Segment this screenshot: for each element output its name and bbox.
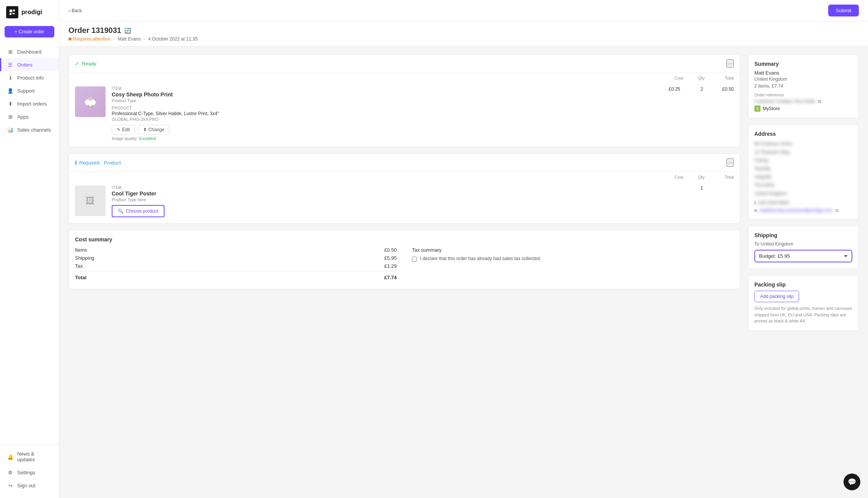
logo-icon <box>6 6 18 18</box>
shipping-panel: Shipping To United Kingdom Budget: £5.95 <box>748 226 859 269</box>
item2-name: Cool Tiger Poster <box>112 190 651 197</box>
shipping-to: To United Kingdom <box>754 241 852 247</box>
nav-item-apps[interactable]: ⊞ Apps <box>0 110 59 123</box>
tax-summary-title: Tax summary <box>412 247 734 253</box>
total-header: Total <box>711 76 734 80</box>
item2-table-header: Cost Qty Total <box>69 172 740 179</box>
logo-text: prodigi <box>21 9 42 16</box>
nav-item-signout[interactable]: ↪ Sign out <box>0 479 59 492</box>
item1-change-button[interactable]: ⬆ Change <box>138 125 169 135</box>
order-author: Matt Evans <box>118 36 141 42</box>
create-order-button[interactable]: + Create order <box>5 26 54 37</box>
item1-row: ITEM Cosy Sheep Photo Print Product Type… <box>69 80 740 147</box>
signout-icon: ↪ <box>7 482 13 488</box>
item2-item-label: ITEM <box>112 186 651 190</box>
product-info-icon: ℹ <box>7 75 13 81</box>
add-packing-slip-button[interactable]: Add packing slip <box>754 291 799 302</box>
back-link[interactable]: ‹ Back <box>68 8 82 13</box>
address-value: Mr Postman Johns 15 Testerton Way Faking… <box>754 140 852 198</box>
image-placeholder-icon: 🖼 <box>86 195 95 206</box>
top-bar: ‹ Back Submit <box>59 0 868 21</box>
svg-rect-3 <box>12 13 15 14</box>
nav-item-settings[interactable]: ⚙ Settings <box>0 466 59 479</box>
check-icon: ✓ <box>75 60 80 67</box>
order-ref-row: Customer Creation Test Order ⧉ <box>754 99 852 104</box>
dashboard-icon: ⊞ <box>7 49 13 55</box>
refresh-icon[interactable]: 🔄 <box>124 28 131 34</box>
tax-checkbox-row: I declare that this order has already ha… <box>412 256 734 262</box>
item1-product-name: Professional C-Type, Silver Halide, Lust… <box>112 111 651 116</box>
settings-icon: ⚙ <box>7 469 13 475</box>
qty-header2: Qty <box>689 175 705 179</box>
apps-icon: ⊞ <box>7 114 13 120</box>
order-ref-label: Order reference <box>754 93 852 97</box>
choose-product-button[interactable]: 🔍 Choose product <box>112 205 164 217</box>
summary-title: Summary <box>754 61 852 67</box>
svg-point-9 <box>89 99 90 99</box>
item1-product-label: PRODUCT <box>112 106 651 110</box>
item1-image <box>75 86 106 117</box>
item1-status: ✓ Ready <box>75 60 96 67</box>
item2-status: ℹ Required: Product <box>75 159 121 166</box>
item2-info: ITEM Cool Tiger Poster Product Type here… <box>112 186 651 217</box>
change-icon: ⬆ <box>143 127 147 132</box>
item1-qty: 2 <box>688 86 703 92</box>
item2-product-type: Product Type here <box>112 197 651 202</box>
main-content: ‹ Back Submit Order 1319031 🔄 Requires a… <box>59 0 868 498</box>
svg-point-8 <box>88 98 92 101</box>
shipping-title: Shipping <box>754 232 852 238</box>
nav-item-product-info[interactable]: ℹ Product info <box>0 71 59 84</box>
tax-checkbox[interactable] <box>412 257 417 262</box>
cost-right: Tax summary I declare that this order ha… <box>412 247 734 283</box>
customer-country: United Kingdom <box>754 76 852 82</box>
packing-description: Only included for global prints, frames … <box>754 305 852 324</box>
item2-more-button[interactable]: ··· <box>726 158 734 167</box>
submit-button[interactable]: Submit <box>828 5 859 16</box>
chat-button[interactable]: 💬 <box>844 474 860 490</box>
address-title: Address <box>754 131 852 137</box>
copy-icon[interactable]: ⧉ <box>818 99 821 104</box>
nav-item-import-orders[interactable]: ⬆ Import orders <box>0 97 59 110</box>
item2-row: 🖼 ITEM Cool Tiger Poster Product Type he… <box>69 179 740 223</box>
nav-item-orders[interactable]: ☰ Orders <box>0 58 59 71</box>
item1-more-button[interactable]: ··· <box>726 59 734 68</box>
contact-phone: t. 029 2019 0000 <box>754 200 852 205</box>
cost-header: Cost <box>660 76 683 80</box>
total-header2: Total <box>711 175 734 179</box>
email-copy-icon[interactable]: ⧉ <box>835 208 839 213</box>
order-title: Order 1319031 <box>68 26 121 35</box>
item2-image-placeholder: 🖼 <box>75 186 106 216</box>
import-orders-icon: ⬆ <box>7 101 13 107</box>
mystore-badge: S MyStore <box>754 106 852 112</box>
quality-value: Excellent <box>139 136 156 141</box>
nav-item-sales-channels[interactable]: 📊 Sales channels <box>0 123 59 136</box>
svg-rect-1 <box>13 10 15 11</box>
item1-item-label: ITEM <box>112 86 651 91</box>
order-header: Order 1319031 🔄 Requires attention · Mat… <box>59 21 868 47</box>
nav-item-dashboard[interactable]: ⊞ Dashboard <box>0 45 59 58</box>
item1-edit-button[interactable]: ✎ Edit <box>112 125 135 135</box>
customer-name: Matt Evans <box>754 70 852 76</box>
attention-badge: Requires attention <box>68 36 110 42</box>
center-column: ✓ Ready ··· Cost Qty Total <box>68 54 740 490</box>
cost-summary-card: Cost summary Items £0.50 Shipping £5.95 … <box>68 230 740 289</box>
sidebar: prodigi + Create order ⊞ Dashboard ☰ Ord… <box>0 0 59 498</box>
svg-rect-2 <box>10 13 11 15</box>
back-chevron-icon: ‹ <box>68 8 70 13</box>
cost-left: Items £0.50 Shipping £5.95 Tax £1.29 T <box>75 247 397 283</box>
item1-total: £0.50 <box>711 86 734 92</box>
nav-item-news[interactable]: 🔔 News & updates <box>0 448 59 466</box>
item2-actions: 🔍 Choose product <box>112 205 651 217</box>
svg-point-10 <box>91 99 91 99</box>
svg-point-11 <box>88 105 89 108</box>
edit-icon: ✎ <box>117 127 121 132</box>
shipping-select[interactable]: Budget: £5.95 <box>754 250 852 262</box>
nav-item-support[interactable]: 👤 Support <box>0 84 59 97</box>
logo: prodigi <box>0 6 59 26</box>
packing-slip-title: Packing slip <box>754 282 852 288</box>
right-column: Summary Matt Evans United Kingdom 2 item… <box>748 54 859 490</box>
item2-pricing: 1 <box>657 186 734 191</box>
cost-items-row: Items £0.50 <box>75 247 397 253</box>
item1-info: ITEM Cosy Sheep Photo Print Product Type… <box>112 86 651 141</box>
order-date: 4 October 2022 at 11:35 <box>148 36 197 42</box>
